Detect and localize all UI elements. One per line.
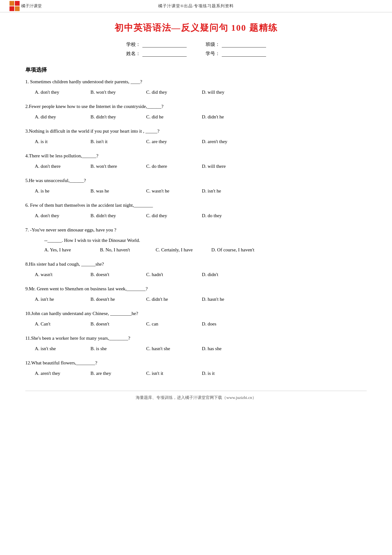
question-1: 1. Sometimes children hardly understood … [25,78,367,97]
logo: 橘子汁课堂 [9,1,42,11]
footer: 海量题库、专项训练，进入橘子汁课堂官网下载（www.juzizhi.cn） [25,391,367,400]
question-stem-10: 10.John can hardly understand any Chines… [25,310,367,317]
name-label: 姓名： [126,51,140,57]
option-7-B: B. No, I haven't [100,245,144,255]
question-9: 9.Mr. Green went to Shenzhen on business… [25,285,367,304]
option-9-C: C. didn't he [146,294,190,304]
question-7: 7. -You've never seen dinosaur eggs, hav… [25,226,367,255]
question-stem-4: 4.There will be less pollution,______? [25,152,367,160]
question-12: 12.What beautiful flowers,________?A. ar… [25,359,367,378]
option-12-A: A. aren't they [35,369,79,378]
question-stem-6: 6. Few of them hurt themselves in the ac… [25,201,367,209]
option-10-D: D. does [202,319,246,329]
option-8-A: A. wasn't [35,270,79,279]
form-row-1: 学校： 班级： [126,41,266,47]
school-field: 学校： [126,41,187,47]
options-2: A. did theyB. didn't theyC. did heD. did… [25,112,367,122]
option-4-B: B. won't there [90,161,135,171]
option-4-C: C. do there [146,161,190,171]
option-6-B: B. didn't they [90,211,135,220]
option-5-B: B. was he [90,186,135,196]
svg-rect-1 [15,1,20,6]
option-7-C: C. Certainly, I have [156,245,200,255]
svg-rect-2 [9,6,14,11]
school-input[interactable] [142,42,187,47]
option-11-B: B. is she [90,344,135,353]
question-5: 5.He was unsuccessful,______?A. is heB. … [25,177,367,196]
question-stem-7: 7. -You've never seen dinosaur eggs, hav… [25,226,367,234]
option-5-A: A. is he [35,186,79,196]
question-stem-9: 9.Mr. Green went to Shenzhen on business… [25,285,367,293]
question-2: 2.Fewer people knew how to use the Inter… [25,103,367,122]
id-label: 学号： [206,51,220,57]
logo-text: 橘子汁课堂 [21,3,42,9]
options-7: A. Yes, I haveB. No, I haven'tC. Certain… [25,245,367,255]
option-11-D: D. has she [202,344,246,353]
name-field: 姓名： [126,51,187,57]
options-3: A. is itB. isn't itC. are theyD. aren't … [25,137,367,146]
option-3-C: C. are they [146,137,190,146]
option-2-A: A. did they [35,112,79,122]
name-input[interactable] [142,51,187,57]
option-1-C: C. did they [146,87,190,97]
form-row-2: 姓名： 学号： [126,51,266,57]
option-10-B: B. doesn't [90,319,135,329]
svg-rect-0 [9,1,14,6]
options-11: A. isn't sheB. is sheC. hasn't sheD. has… [25,344,367,353]
options-5: A. is heB. was heC. wasn't heD. isn't he [25,186,367,196]
question-6: 6. Few of them hurt themselves in the ac… [25,201,367,220]
page-title: 初中英语语法—反义疑问句 100 题精练 [25,22,367,34]
option-2-C: C. did he [146,112,190,122]
option-9-B: B. doesn't he [90,294,135,304]
option-2-B: B. didn't they [90,112,135,122]
class-input[interactable] [222,42,266,47]
section-title: 单项选择 [25,66,367,73]
option-12-D: D. is it [202,369,246,378]
header-center-text: 橘子汁课堂®出品·专项练习题系列资料 [158,3,234,9]
option-8-B: B. doesn't [90,270,135,279]
option-11-C: C. hasn't she [146,344,190,353]
option-7-D: D. Of course, I haven't [211,245,256,255]
option-5-C: C. wasn't he [146,186,190,196]
option-10-A: A. Can't [35,319,79,329]
options-1: A. don't theyB. won't theyC. did theyD. … [25,87,367,97]
logo-icon [9,1,20,11]
option-4-A: A. don't there [35,161,79,171]
question-11: 11.She's been a worker here for many yea… [25,334,367,353]
options-10: A. Can'tB. doesn'tC. canD. does [25,319,367,329]
question-stem-3: 3.Nothing is difficult in the world if y… [25,127,367,135]
id-input[interactable] [222,51,266,57]
question-stem-11: 11.She's been a worker here for many yea… [25,334,367,342]
option-1-B: B. won't they [90,87,135,97]
options-6: A. don't theyB. didn't theyC. did theyD.… [25,211,367,220]
options-9: A. isn't heB. doesn't heC. didn't heD. h… [25,294,367,304]
option-1-D: D. will they [202,87,246,97]
class-field: 班级： [206,41,266,47]
options-4: A. don't thereB. won't thereC. do thereD… [25,161,367,171]
option-9-D: D. hasn't he [202,294,246,304]
svg-rect-3 [15,6,20,11]
question-stem-12: 12.What beautiful flowers,________? [25,359,367,367]
form-fields: 学校： 班级： 姓名： 学号： [25,41,367,57]
option-8-D: D. didn't [202,270,246,279]
option-6-D: D. do they [202,211,246,220]
question-4: 4.There will be less pollution,______?A.… [25,152,367,171]
option-11-A: A. isn't she [35,344,79,353]
option-8-C: C. hadn't [146,270,190,279]
class-label: 班级： [206,41,220,47]
option-6-A: A. don't they [35,211,79,220]
questions-container: 1. Sometimes children hardly understood … [25,78,367,378]
option-5-D: D. isn't he [202,186,246,196]
option-3-D: D. aren't they [202,137,246,146]
question-substem-7: --______. How I wish to visit the Dinosa… [25,236,367,245]
option-12-C: C. isn't it [146,369,190,378]
header: 橘子汁课堂 橘子汁课堂®出品·专项练习题系列资料 [0,0,392,12]
options-12: A. aren't theyB. are theyC. isn't itD. i… [25,369,367,378]
option-12-B: B. are they [90,369,135,378]
option-7-A: A. Yes, I have [44,245,89,255]
option-6-C: C. did they [146,211,190,220]
option-3-B: B. isn't it [90,137,135,146]
option-4-D: D. will there [202,161,246,171]
question-3: 3.Nothing is difficult in the world if y… [25,127,367,146]
option-9-A: A. isn't he [35,294,79,304]
